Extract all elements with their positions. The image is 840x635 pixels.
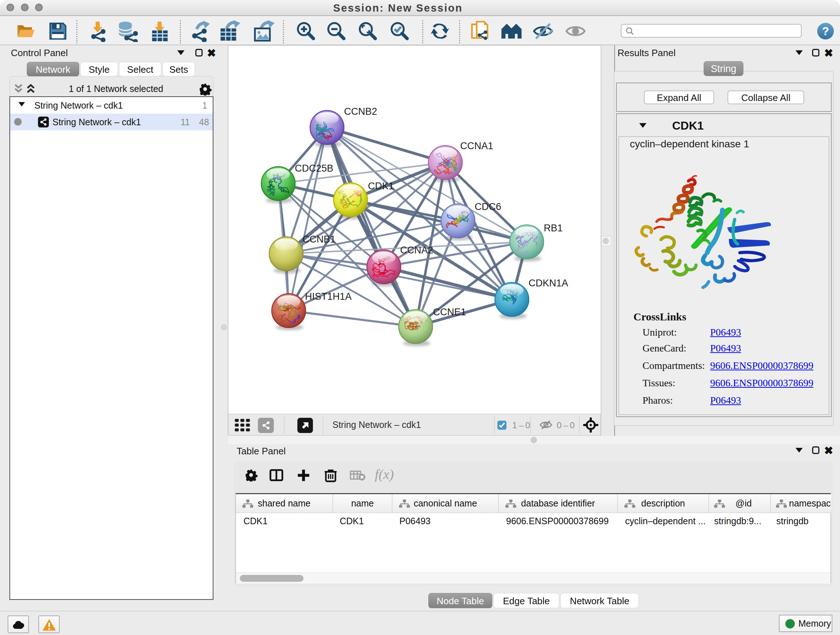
svg-text:CCNB2: CCNB2	[344, 106, 377, 117]
svg-text:CCNA1: CCNA1	[460, 141, 493, 151]
svg-text:CDKN1A: CDKN1A	[529, 278, 568, 288]
svg-text:CDK1: CDK1	[368, 181, 394, 192]
svg-text:CCNA2: CCNA2	[400, 245, 433, 256]
svg-text:?: ?	[822, 25, 829, 38]
svg-text:CCNE1: CCNE1	[433, 307, 466, 318]
svg-text:CDC6: CDC6	[475, 201, 501, 212]
svg-text:HIST1H1A: HIST1H1A	[305, 291, 352, 302]
svg-text:CDC25B: CDC25B	[295, 163, 333, 174]
svg-text:CCNB1: CCNB1	[302, 234, 336, 245]
svg-text:RB1: RB1	[544, 223, 563, 233]
